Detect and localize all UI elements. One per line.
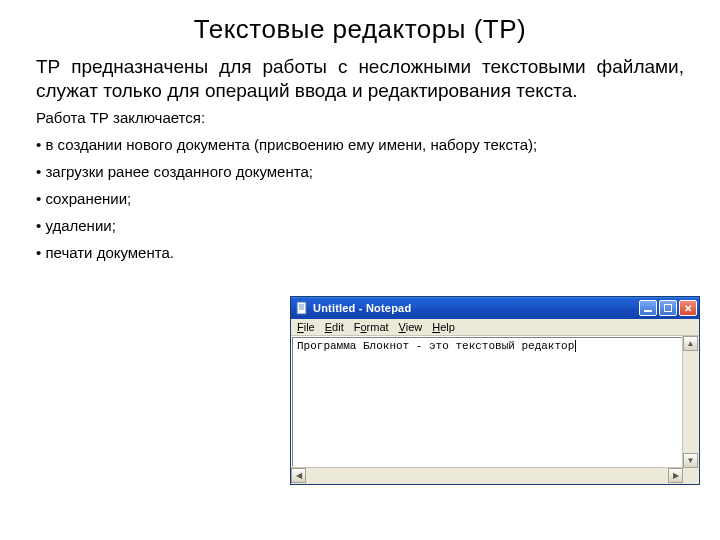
scroll-corner (683, 468, 699, 484)
intro-paragraph: ТР предназначены для работы с несложными… (36, 55, 684, 103)
slide-title: Текстовые редакторы (ТР) (40, 14, 680, 45)
svg-rect-0 (297, 302, 306, 314)
notepad-titlebar[interactable]: Untitled - Notepad ✕ (291, 297, 699, 319)
menu-view[interactable]: View (399, 321, 423, 333)
scroll-left-button[interactable]: ◀ (291, 468, 306, 483)
menu-edit[interactable]: Edit (325, 321, 344, 333)
bullet-item: • сохранении; (36, 190, 684, 207)
notepad-menubar: File Edit Format View Help (291, 319, 699, 336)
notepad-window: Untitled - Notepad ✕ File Edit Format Vi… (290, 296, 700, 485)
menu-file[interactable]: File (297, 321, 315, 333)
menu-help[interactable]: Help (432, 321, 455, 333)
bullet-item: • в создании нового документа (присвоени… (36, 136, 684, 153)
bullet-item: • загрузки ранее созданного документа; (36, 163, 684, 180)
notepad-text-content: Программа Блокнот - это текстовый редакт… (297, 340, 574, 352)
scroll-up-button[interactable]: ▲ (683, 336, 698, 351)
bullet-item: • удалении; (36, 217, 684, 234)
minimize-button[interactable] (639, 300, 657, 316)
text-caret-icon (575, 340, 576, 352)
bullet-item: • печати документа. (36, 244, 684, 261)
subheading: Работа ТР заключается: (36, 109, 684, 126)
menu-format[interactable]: Format (354, 321, 389, 333)
scroll-right-button[interactable]: ▶ (668, 468, 683, 483)
notepad-client-area: Программа Блокнот - это текстовый редакт… (291, 336, 699, 484)
horizontal-scrollbar[interactable]: ◀ ▶ (291, 467, 683, 484)
notepad-title-text: Untitled - Notepad (313, 302, 639, 314)
window-control-buttons: ✕ (639, 300, 697, 316)
maximize-button[interactable] (659, 300, 677, 316)
close-button[interactable]: ✕ (679, 300, 697, 316)
notepad-text-area[interactable]: Программа Блокнот - это текстовый редакт… (292, 337, 682, 467)
vertical-scrollbar[interactable]: ▲ ▼ (682, 336, 699, 468)
scroll-down-button[interactable]: ▼ (683, 453, 698, 468)
notepad-app-icon (295, 301, 309, 315)
